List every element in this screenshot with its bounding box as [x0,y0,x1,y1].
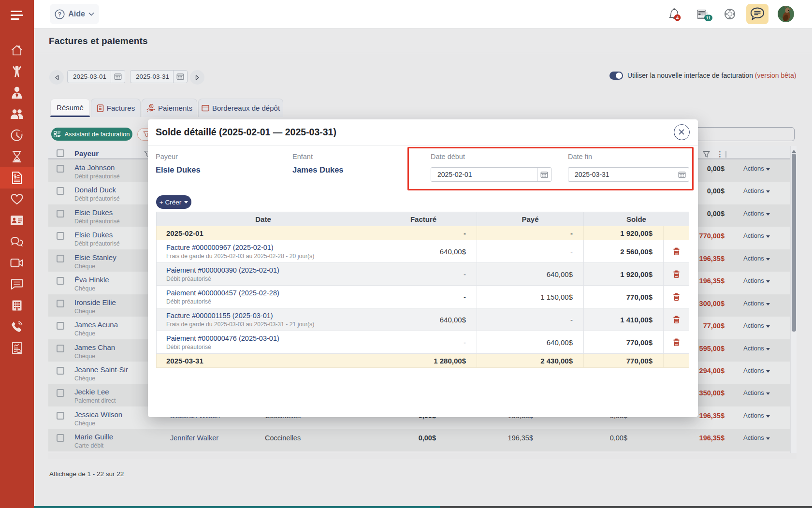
svg-text:?: ? [58,11,61,18]
svg-text:$: $ [150,104,152,108]
svg-text:4: 4 [676,15,679,20]
svg-text:11: 11 [706,15,711,20]
